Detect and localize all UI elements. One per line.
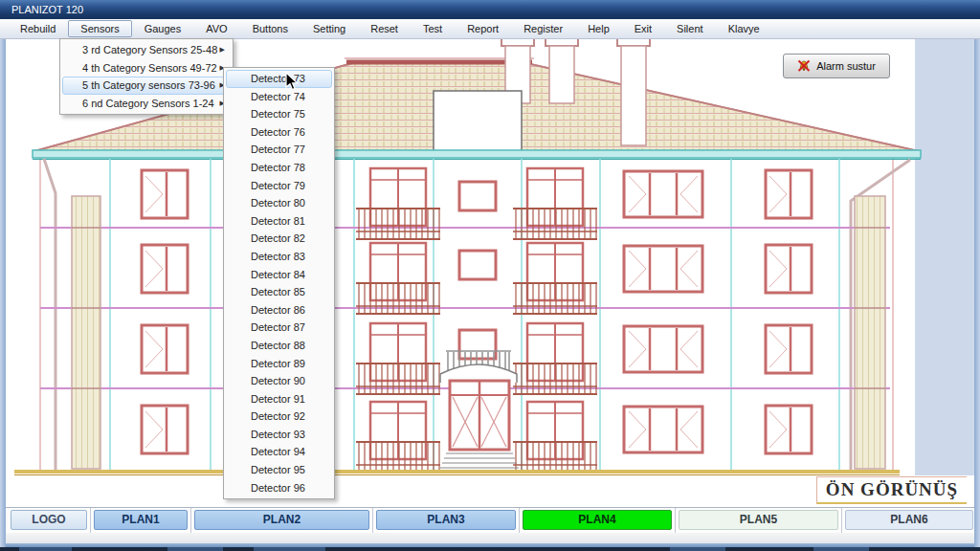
plan-button[interactable]: PLAN3 <box>376 510 516 530</box>
mouse-cursor <box>285 72 300 92</box>
menu-item[interactable]: Reset <box>358 20 411 37</box>
detector-item[interactable]: Detector 77 <box>226 141 332 159</box>
detector-item[interactable]: Detector 84 <box>226 266 332 284</box>
muted-alarm-icon <box>797 59 812 73</box>
detector-item[interactable]: Detector 90 <box>226 372 332 390</box>
plan-cell: PLAN2 <box>191 508 373 533</box>
drawing-caption: ÖN GÖRÜNÜŞ <box>816 476 967 504</box>
detector-item[interactable]: Detector 78 <box>226 159 332 177</box>
detector-item[interactable]: Detector 88 <box>226 337 332 355</box>
menu-bar: Rebuild Sensors Gauges AVO Buttons Setti… <box>0 19 980 39</box>
alarm-mute-button[interactable]: Alarm sustur <box>783 54 890 78</box>
menu-item[interactable]: Register <box>511 20 575 37</box>
sensors-category-item[interactable]: 5 th Category sensors 73-96 ▶ <box>62 77 231 95</box>
detector-item[interactable]: Detector 79 <box>226 177 332 195</box>
detector-item[interactable]: Detector 75 <box>226 105 332 123</box>
sensors-category-item[interactable]: 6 nd Category Sensors 1-24 ▶ <box>62 95 231 113</box>
submenu-arrow-icon: ▶ <box>220 42 225 58</box>
detector-item[interactable]: Detector 73 <box>226 70 332 88</box>
plan-button[interactable]: PLAN5 <box>679 510 838 530</box>
detector-item[interactable]: Detector 83 <box>226 248 332 266</box>
menu-item[interactable]: Test <box>411 20 455 37</box>
menu-item[interactable]: Klavye <box>716 20 772 37</box>
plan-button[interactable]: PLAN6 <box>845 510 973 530</box>
detector-item[interactable]: Detector 81 <box>226 212 332 231</box>
plan-cell: PLAN1 <box>91 508 191 533</box>
detector-item[interactable]: Detector 93 <box>226 426 332 444</box>
detector-item[interactable]: Detector 89 <box>226 355 332 373</box>
detector-item[interactable]: Detector 95 <box>226 461 332 479</box>
detector-item[interactable]: Detector 80 <box>226 194 332 212</box>
menu-item[interactable]: Setting <box>301 20 358 37</box>
window-title: PLANIZOT 120 <box>11 4 83 15</box>
detector-item[interactable]: Detector 87 <box>226 319 332 337</box>
taskbar-edge <box>0 547 980 551</box>
plan-cell: PLAN4 <box>520 508 676 533</box>
window-border-right <box>974 19 980 547</box>
detector-item[interactable]: Detector 82 <box>226 230 332 248</box>
menu-item[interactable]: AVO <box>193 20 239 37</box>
plan-button[interactable]: PLAN1 <box>94 510 188 530</box>
title-bar: PLANIZOT 120 <box>0 0 980 19</box>
plan-button[interactable]: PLAN4 <box>523 510 672 530</box>
menu-item[interactable]: Help <box>575 20 622 37</box>
menu-item[interactable]: Sensors <box>68 20 131 37</box>
menu-item[interactable]: Gauges <box>132 20 194 37</box>
window-border-left <box>0 19 6 547</box>
plan-cell: PLAN6 <box>842 508 976 533</box>
plan-bar: LOGO PLAN1 PLAN2 PLAN3 PLAN4 PLAN5 PLA <box>2 507 980 533</box>
detector-item[interactable]: Detector 85 <box>226 283 332 301</box>
plan-button[interactable]: PLAN2 <box>194 510 369 530</box>
sensors-dropdown-menu: 3 rd Category Sensors 25-48 ▶ 4 th Categ… <box>59 38 234 115</box>
detector-submenu: Detector 73 Detector 74 Detector 75 Dete… <box>223 67 335 499</box>
sensors-category-item[interactable]: 4 th Category Sensors 49-72 ▶ <box>62 59 231 77</box>
detector-item[interactable]: Detector 94 <box>226 443 332 461</box>
plan-cell: PLAN3 <box>373 508 520 533</box>
sensors-category-item[interactable]: 3 rd Category Sensors 25-48 ▶ <box>62 41 231 59</box>
plan-cell: PLAN5 <box>676 508 842 533</box>
app-window: PLANIZOT 120 Rebuild Sensors Gauges AVO … <box>0 0 980 551</box>
detector-item[interactable]: Detector 74 <box>226 88 332 106</box>
plan-button[interactable]: LOGO <box>11 510 87 530</box>
detector-item[interactable]: Detector 76 <box>226 123 332 142</box>
menu-item[interactable]: Rebuild <box>8 20 68 37</box>
menu-item[interactable]: Buttons <box>240 20 301 37</box>
menu-item[interactable]: Silent <box>664 20 716 37</box>
alarm-mute-label: Alarm sustur <box>816 60 876 72</box>
detector-item[interactable]: Detector 96 <box>226 479 332 497</box>
detector-item[interactable]: Detector 91 <box>226 390 332 408</box>
menu-item[interactable]: Report <box>455 20 511 37</box>
plan-cell: LOGO <box>8 508 91 533</box>
menu-item[interactable]: Exit <box>622 20 664 37</box>
detector-item[interactable]: Detector 92 <box>226 408 332 426</box>
detector-item[interactable]: Detector 86 <box>226 301 332 320</box>
